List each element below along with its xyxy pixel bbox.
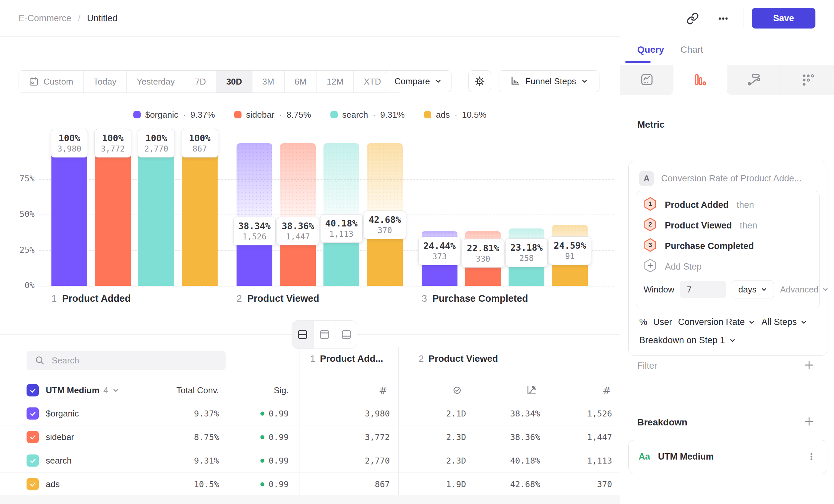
layout-chart-only-button[interactable] [314, 321, 336, 348]
date-range-custom[interactable]: Custom [19, 71, 84, 92]
copy-link-button[interactable] [685, 11, 700, 26]
breakdown-on-step-select[interactable]: Breakdown on Step 1 [629, 327, 827, 356]
layout-split-icon [297, 328, 309, 341]
metric-section-heading: Metric [637, 119, 664, 130]
step-name: Purchase Completed [432, 293, 528, 304]
legend-item-search[interactable]: search · 9.31% [330, 110, 405, 120]
chart-type-insights[interactable] [620, 65, 674, 94]
table-row[interactable]: $organic 9.37% 0.99 3,980 2.1D 38.34% 1,… [0, 402, 620, 426]
select-all-checkbox[interactable] [26, 384, 39, 396]
measure-entity-select[interactable]: User [653, 317, 672, 327]
chart-type-flows[interactable] [727, 65, 781, 94]
bar-value-label: 24.44%373 [418, 237, 461, 265]
visualization-select-button[interactable]: Funnel Steps [499, 70, 599, 92]
breadcrumb-project[interactable]: E-Commerce [19, 13, 71, 24]
sig-column-header[interactable]: Sig. [274, 385, 289, 395]
bar-percent: 100% [99, 133, 126, 144]
tab-chart[interactable]: Chart [680, 44, 703, 55]
funnel-step-1[interactable]: 1 Product Added then [643, 194, 812, 215]
row-significance: 0.99 [260, 479, 289, 489]
table-row[interactable]: ads 10.5% 0.99 867 1.9D 42.68% 370 [0, 473, 620, 496]
compare-button[interactable]: Compare [385, 70, 452, 92]
funnel-report-app: E-Commerce / Untitled Save [0, 0, 834, 504]
row-checkbox[interactable] [26, 408, 39, 420]
row-significance: 0.99 [260, 432, 289, 442]
date-range-today[interactable]: Today [84, 71, 127, 92]
bar-count: 3,980 [56, 144, 83, 154]
layout-split-button[interactable] [292, 321, 314, 348]
count-column-icon[interactable]: # [379, 384, 388, 396]
search-input[interactable] [51, 355, 218, 366]
breakdown-on-label: Breakdown on Step 1 [639, 335, 725, 345]
window-unit-select[interactable]: days [732, 280, 774, 298]
add-step-button[interactable]: Add Step [643, 256, 812, 277]
chart-type-funnels-selected[interactable] [674, 65, 727, 94]
gridline [39, 286, 614, 287]
bar-percent: 100% [186, 133, 213, 144]
chart-type-retention[interactable] [781, 65, 834, 94]
legend-item-ads[interactable]: ads · 10.5% [424, 110, 486, 120]
bar-count: 867 [186, 144, 213, 154]
legend-value: 9.31% [380, 110, 405, 120]
step-event-name: Product Viewed [665, 221, 732, 231]
funnel-bar[interactable] [95, 143, 131, 286]
top-header: E-Commerce / Untitled Save [0, 0, 834, 37]
tab-query[interactable]: Query [637, 44, 664, 55]
bar-value-label: 38.34%1,526 [233, 217, 276, 245]
svg-text:3: 3 [649, 242, 652, 248]
kebab-menu-icon[interactable] [806, 451, 817, 462]
add-breakdown-button[interactable] [803, 415, 815, 429]
date-range-12m[interactable]: 12M [317, 71, 354, 92]
retention-icon [801, 73, 815, 87]
measure-scope-select[interactable]: All Steps [761, 317, 808, 327]
advanced-label: Advanced [780, 284, 818, 295]
date-range-3m[interactable]: 3M [253, 71, 285, 92]
breadcrumb-report-title[interactable]: Untitled [87, 13, 118, 24]
funnel-bar[interactable] [51, 143, 87, 286]
legend-separator: · [455, 110, 458, 120]
breakdown-column-header[interactable]: UTM Medium 4 [46, 385, 119, 395]
funnel-step-2[interactable]: 2 Product Viewed then [643, 215, 812, 236]
table-step2-header[interactable]: 2 Product Viewed [419, 353, 498, 364]
count-column-icon[interactable]: # [602, 384, 611, 396]
date-range-label: Custom [43, 76, 73, 87]
layout-table-only-button[interactable] [335, 321, 357, 348]
date-range-yesterday[interactable]: Yesterday [127, 71, 185, 92]
date-range-7d[interactable]: 7D [185, 71, 216, 92]
more-menu-button[interactable] [716, 11, 730, 26]
breakdown-item-utm-medium[interactable]: Aa UTM Medium [628, 440, 827, 473]
row-segment-name: $organic [46, 409, 79, 419]
funnel-bar[interactable] [138, 143, 174, 286]
table-row[interactable]: sidebar 8.75% 0.99 3,772 2.3D 38.36% 1,4… [0, 426, 620, 449]
breakdown-section-heading: Breakdown [637, 417, 687, 428]
date-range-30d-selected[interactable]: 30D [216, 71, 253, 92]
date-range-label: XTD [364, 76, 381, 87]
advanced-toggle[interactable]: Advanced [780, 284, 829, 295]
filter-section-heading: Filter [637, 361, 657, 371]
y-axis-tick: 75% [13, 174, 35, 183]
row-checkbox[interactable] [26, 431, 39, 443]
row-checkbox[interactable] [26, 455, 39, 467]
funnel-step-3[interactable]: 3 Purchase Completed [643, 236, 812, 256]
save-button[interactable]: Save [752, 8, 815, 28]
time-to-convert-icon[interactable] [452, 385, 462, 395]
conversion-rate-column-icon[interactable] [526, 385, 537, 395]
metric-summary-row[interactable]: A Conversion Rate of Product Adde... [629, 161, 827, 191]
chevron-down-icon [760, 286, 768, 293]
table-row[interactable]: search 9.31% 0.99 2,770 2.3D 40.18% 1,11… [0, 449, 620, 473]
legend-item-sidebar[interactable]: sidebar · 8.75% [234, 110, 311, 120]
measure-metric-select[interactable]: Conversion Rate [678, 317, 755, 327]
row-significance: 0.99 [260, 456, 289, 465]
legend-name: search [342, 110, 368, 120]
date-range-6m[interactable]: 6M [285, 71, 317, 92]
window-unit-label: days [738, 284, 756, 295]
legend-item-organic[interactable]: $organic · 9.37% [133, 110, 215, 120]
row-checkbox[interactable] [26, 478, 39, 490]
funnel-bar[interactable] [182, 143, 218, 286]
window-value-input[interactable] [680, 281, 726, 298]
add-filter-button[interactable] [803, 359, 815, 373]
total-conv-column-header[interactable]: Total Conv. [176, 385, 219, 395]
table-step1-header[interactable]: 1 Product Add... [310, 353, 383, 364]
chart-settings-button[interactable] [468, 70, 491, 92]
table-search[interactable] [26, 351, 225, 370]
